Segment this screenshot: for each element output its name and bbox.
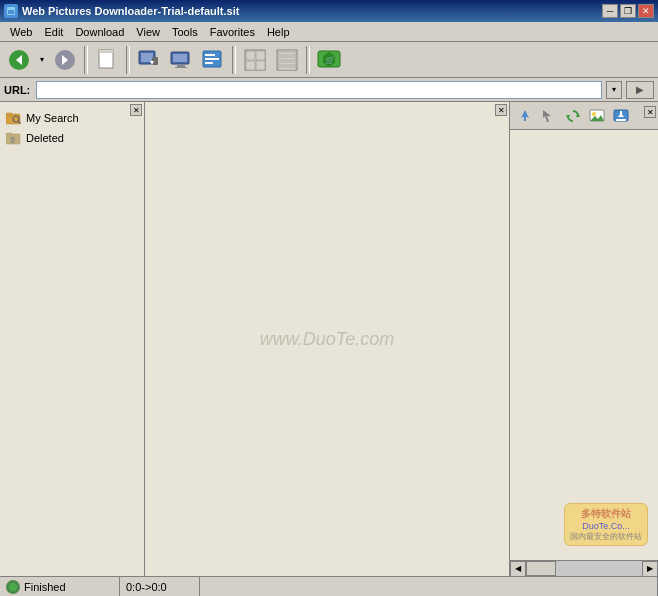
middle-panel-close[interactable]: ✕: [495, 104, 507, 116]
left-panel: ✕ My Search 🗑: [0, 102, 145, 576]
url-dropdown[interactable]: ▾: [606, 81, 622, 99]
svg-rect-23: [246, 61, 255, 70]
svg-rect-14: [177, 65, 185, 67]
scroll-right-button[interactable]: ▶: [642, 561, 658, 577]
svg-rect-19: [205, 62, 213, 64]
menu-bar: Web Edit Download View Tools Favorites H…: [0, 22, 658, 42]
download-manager-button[interactable]: [198, 46, 228, 74]
app-icon: [4, 4, 18, 18]
scroll-left-button[interactable]: ◀: [510, 561, 526, 577]
minimize-button[interactable]: ─: [602, 4, 618, 18]
scroll-thumb[interactable]: [526, 561, 556, 576]
folder-deleted-icon: 🗑: [6, 130, 22, 146]
view-detail-button[interactable]: [272, 46, 302, 74]
menu-download[interactable]: Download: [69, 24, 130, 40]
status-progress: 0:0->0:0: [120, 577, 200, 596]
progress-text: 0:0->0:0: [126, 581, 167, 593]
svg-rect-26: [278, 52, 296, 55]
svg-rect-27: [278, 57, 296, 60]
svg-rect-24: [256, 61, 265, 70]
svg-rect-7: [99, 50, 113, 53]
tree-content: My Search 🗑 Deleted: [0, 102, 144, 154]
right-download-button[interactable]: [610, 105, 632, 127]
status-bar: Finished 0:0->0:0: [0, 576, 658, 596]
main-content: ✕ My Search 🗑: [0, 102, 658, 576]
right-panel: ✕ 多特软件站 DuoTe.Co... 国内最安全的软件站 ◀ ▶: [510, 102, 658, 576]
status-text: Finished: [24, 581, 66, 593]
title-bar-controls: ─ ❒ ✕: [602, 4, 654, 18]
svg-rect-51: [616, 119, 626, 121]
right-panel-close[interactable]: ✕: [644, 106, 656, 118]
svg-rect-13: [173, 54, 187, 62]
svg-text:🗑: 🗑: [9, 136, 16, 143]
svg-rect-34: [6, 113, 12, 116]
svg-rect-22: [256, 51, 265, 60]
separator-2: [126, 46, 130, 74]
url-bar: URL: ▾ ▶: [0, 78, 658, 102]
refresh-button[interactable]: [562, 105, 584, 127]
new-button[interactable]: [92, 46, 122, 74]
status-extra: [200, 577, 658, 596]
svg-rect-29: [278, 67, 296, 70]
tree-item-mysearch[interactable]: My Search: [4, 108, 140, 128]
arrow-select-button[interactable]: [538, 105, 560, 127]
svg-rect-41: [524, 116, 526, 121]
import-button[interactable]: [134, 46, 164, 74]
menu-web[interactable]: Web: [4, 24, 38, 40]
menu-edit[interactable]: Edit: [38, 24, 69, 40]
separator-4: [306, 46, 310, 74]
svg-rect-28: [278, 62, 296, 65]
window-title: Web Pictures Downloader-Trial-default.si…: [22, 5, 239, 17]
tree-item-mysearch-label: My Search: [26, 112, 79, 124]
url-go-button[interactable]: ▶: [626, 81, 654, 99]
close-button[interactable]: ✕: [638, 4, 654, 18]
back-button[interactable]: [4, 46, 34, 74]
export-button[interactable]: [166, 46, 196, 74]
svg-point-52: [9, 583, 17, 591]
separator-1: [84, 46, 88, 74]
forward-button[interactable]: [50, 46, 80, 74]
menu-help[interactable]: Help: [261, 24, 296, 40]
svg-text:🛒: 🛒: [325, 55, 335, 65]
svg-point-46: [592, 112, 596, 116]
view-list-button[interactable]: [240, 46, 270, 74]
status-main: Finished: [0, 577, 120, 596]
watermark-text: www.DuoTe.com: [260, 329, 394, 350]
right-panel-toolbar: [510, 102, 658, 130]
svg-marker-42: [543, 110, 551, 122]
image-view-button[interactable]: [586, 105, 608, 127]
left-panel-close[interactable]: ✕: [130, 104, 142, 116]
status-indicator: [6, 580, 20, 594]
svg-rect-1: [8, 10, 14, 14]
cart-button[interactable]: 🛒: [314, 46, 344, 74]
menu-favorites[interactable]: Favorites: [204, 24, 261, 40]
url-label: URL:: [4, 84, 32, 96]
title-bar: Web Pictures Downloader-Trial-default.si…: [0, 0, 658, 22]
tree-item-deleted[interactable]: 🗑 Deleted: [4, 128, 140, 148]
tree-item-deleted-label: Deleted: [26, 132, 64, 144]
menu-view[interactable]: View: [130, 24, 166, 40]
folder-search-icon: [6, 110, 22, 126]
menu-tools[interactable]: Tools: [166, 24, 204, 40]
url-input[interactable]: [36, 81, 602, 99]
duote-site: 多特软件站: [570, 507, 642, 521]
back-dropdown[interactable]: ▾: [36, 46, 48, 74]
duote-tagline: 国内最安全的软件站: [570, 531, 642, 542]
restore-button[interactable]: ❒: [620, 4, 636, 18]
svg-rect-15: [175, 67, 187, 68]
svg-rect-50: [620, 111, 622, 117]
separator-3: [232, 46, 236, 74]
scroll-track: [526, 561, 642, 576]
svg-rect-18: [205, 58, 219, 60]
svg-rect-17: [205, 54, 215, 56]
title-bar-left: Web Pictures Downloader-Trial-default.si…: [4, 4, 239, 18]
duote-watermark: 多特软件站 DuoTe.Co... 国内最安全的软件站: [564, 503, 648, 546]
svg-rect-21: [246, 51, 255, 60]
duote-url: DuoTe.Co...: [570, 521, 642, 531]
arrow-up-button[interactable]: [514, 105, 536, 127]
toolbar: ▾: [0, 42, 658, 78]
right-scrollbar: ◀ ▶: [510, 560, 658, 576]
middle-panel: ✕ www.DuoTe.com: [145, 102, 510, 576]
svg-rect-9: [141, 53, 153, 62]
